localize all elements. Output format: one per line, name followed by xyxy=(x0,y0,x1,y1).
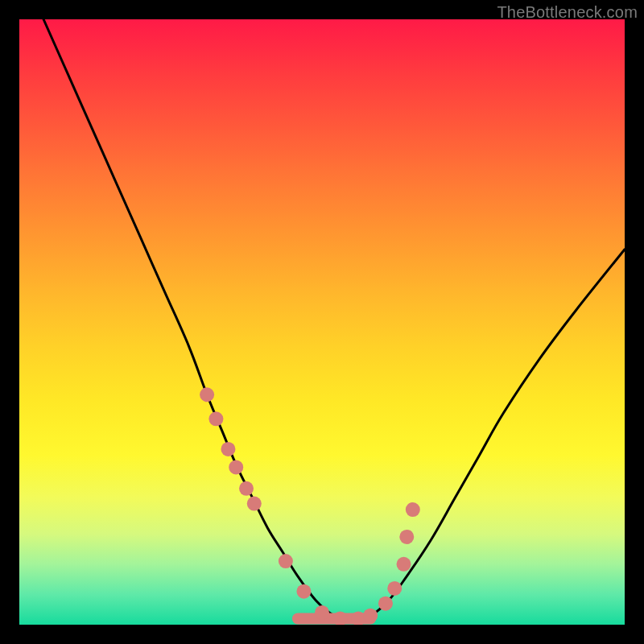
data-point xyxy=(397,557,411,572)
chart-svg xyxy=(19,19,625,625)
data-point xyxy=(387,581,402,596)
data-point xyxy=(247,497,262,511)
data-point xyxy=(208,411,223,426)
data-point xyxy=(296,584,311,599)
data-point xyxy=(363,609,378,623)
data-point xyxy=(221,442,235,456)
data-point xyxy=(279,554,293,568)
bottleneck-curve xyxy=(43,19,625,620)
plot-area xyxy=(19,19,625,625)
marker-layer xyxy=(200,387,420,625)
data-point xyxy=(378,597,393,611)
watermark-text: TheBottleneck.com xyxy=(497,3,638,22)
data-point xyxy=(399,530,414,544)
data-point xyxy=(315,605,329,620)
chart-frame: TheBottleneck.com xyxy=(0,0,644,644)
data-point xyxy=(239,481,254,496)
data-point xyxy=(200,387,214,402)
data-point xyxy=(229,460,243,474)
data-point xyxy=(406,502,420,517)
curve-layer xyxy=(43,19,625,620)
